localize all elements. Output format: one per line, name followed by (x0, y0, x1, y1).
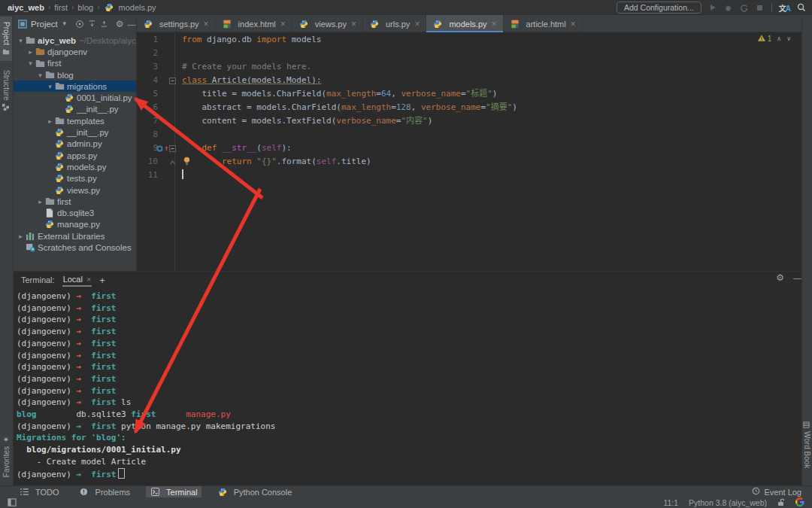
tree-item-db.sqlite3[interactable]: db.sqlite3 (14, 207, 136, 218)
breadcrumb-item[interactable]: aiyc_web (8, 3, 44, 12)
editor-tab-models.py[interactable]: models.py× (426, 15, 503, 32)
tree-item-Scratches-and-Consoles[interactable]: Scratches and Consoles (14, 242, 136, 253)
toolwindow-tab-favorites[interactable]: Favorites ★ (0, 430, 12, 482)
code-line[interactable]: 7 content = models.TextField(verbose_nam… (137, 114, 801, 128)
tree-chevron-icon[interactable]: ▾ (46, 83, 54, 90)
tree-chevron-icon[interactable]: ▸ (36, 198, 44, 205)
tree-item-__init__.py[interactable]: __init__.py (14, 104, 136, 115)
google-translate-icon[interactable] (795, 497, 804, 508)
tree-item-0001_initial.py[interactable]: 0001_initial.py (14, 92, 136, 103)
code-area[interactable]: 1from django.db import models23# Create … (137, 32, 801, 182)
tab-close-icon[interactable]: × (351, 20, 356, 28)
line-number: 3 (137, 60, 161, 74)
event-log-button[interactable]: Event Log (752, 487, 801, 497)
editor[interactable]: 1from django.db import models23# Create … (137, 32, 801, 271)
tab-close-icon[interactable]: × (571, 20, 576, 28)
new-terminal-session-icon[interactable]: + (99, 275, 105, 286)
breadcrumb-item[interactable]: first (54, 3, 68, 12)
toolwindow-tab-problems[interactable]: Problems (75, 486, 134, 497)
interpreter-selector[interactable]: Python 3.8 (aiyc_web) (689, 498, 767, 507)
tree-item-tests.py[interactable]: tests.py (14, 173, 136, 184)
tab-close-icon[interactable]: × (414, 20, 420, 28)
code-line[interactable]: 10 return "{}".format(self.title) (137, 155, 801, 169)
toolwindow-tab-terminal[interactable]: Terminal (146, 486, 201, 497)
tree-item-blog[interactable]: ▾blog (14, 69, 136, 81)
tree-chevron-icon[interactable]: ▾ (26, 59, 35, 67)
toolwindow-tab-project[interactable]: Project (0, 17, 12, 61)
tab-close-icon[interactable]: × (280, 20, 286, 28)
code-line[interactable]: 3# Create your models here. (137, 60, 801, 74)
fold-icon[interactable] (169, 78, 176, 84)
tree-chevron-icon[interactable]: ▸ (46, 117, 54, 125)
tree-item-first[interactable]: ▸first (14, 196, 136, 207)
editor-tab-urls.py[interactable]: urls.py× (363, 15, 426, 32)
tab-close-icon[interactable]: × (492, 20, 497, 28)
tree-chevron-icon[interactable]: ▾ (36, 71, 44, 79)
terminal-token: → (76, 374, 86, 384)
toolwindow-tab-python-console[interactable]: Python Console (214, 486, 296, 497)
intention-bulb-icon[interactable] (183, 157, 190, 170)
code-line[interactable]: 8 (137, 128, 801, 141)
code-line[interactable]: 6 abstract = models.CharField(max_length… (137, 101, 801, 114)
tree-item-views.py[interactable]: views.py (14, 184, 136, 196)
lock-icon[interactable] (777, 498, 785, 508)
locate-file-icon[interactable] (75, 19, 84, 29)
editor-tab-settings.py[interactable]: settings.py× (137, 15, 216, 32)
prev-problem-icon[interactable]: ∧ (777, 35, 781, 42)
tree-item-aiyc_web[interactable]: ▾aiyc_web~/Desktop/aiyc_we (14, 35, 136, 46)
tree-item-models.py[interactable]: models.py (14, 161, 136, 172)
python-icon (54, 151, 65, 160)
breadcrumb-item[interactable]: models.py (118, 3, 156, 12)
code-line[interactable]: 4class Article(models.Model): (137, 74, 801, 87)
code-line[interactable]: 5 title = models.CharField(max_length=64… (137, 87, 801, 101)
hide-panel-icon[interactable]: — (127, 19, 135, 29)
project-dropdown[interactable]: Project (31, 20, 58, 29)
debug-icon[interactable] (724, 3, 733, 12)
tab-close-icon[interactable]: × (204, 20, 209, 28)
tree-item-manage.py[interactable]: manage.py (14, 219, 136, 230)
tree-item-External-Libraries[interactable]: ▸External Libraries (14, 230, 136, 242)
tree-chevron-icon[interactable]: ▸ (26, 48, 35, 56)
gear-icon[interactable]: ⚙ (116, 19, 124, 29)
editor-tab-views.py[interactable]: views.py× (292, 15, 363, 32)
tree-item-first[interactable]: ▾first (14, 58, 136, 69)
terminal-tab-close-icon[interactable]: × (86, 275, 91, 284)
toolwindow-tab-structure[interactable]: Structure (0, 65, 12, 116)
tree-item-migrations[interactable]: ▾migrations (14, 81, 136, 92)
terminal-hide-icon[interactable]: — (793, 273, 801, 282)
next-problem-icon[interactable]: ∨ (786, 35, 791, 42)
code-line[interactable]: 1from django.db import models (137, 33, 801, 47)
code-line[interactable]: 9↑ def __str__(self): (137, 141, 801, 155)
search-everywhere-icon[interactable] (797, 3, 806, 12)
tree-item-admin.py[interactable]: admin.py (14, 138, 136, 150)
editor-tab-index.html[interactable]: index.html× (216, 15, 292, 32)
translate-icon[interactable]: 文A (779, 2, 790, 14)
tree-item-djangoenv[interactable]: ▸djangoenv (14, 46, 136, 57)
toolwindow-tab-word-book[interactable]: Word Book (801, 416, 812, 473)
project-dropdown-arrow-icon[interactable]: ▼ (62, 20, 68, 27)
collapse-all-icon[interactable] (100, 19, 108, 29)
expand-all-icon[interactable] (88, 19, 96, 29)
fold-icon[interactable] (169, 145, 176, 152)
editor-tab-article.html[interactable]: article.html× (504, 15, 583, 32)
tree-item-templates[interactable]: ▸templates (14, 115, 136, 126)
add-configuration-button[interactable]: Add Configuration... (617, 2, 701, 14)
code-line[interactable]: 2 (137, 47, 801, 60)
breadcrumb-item[interactable]: blog (77, 3, 93, 12)
tree-item-__init__.py[interactable]: __init__.py (14, 126, 136, 138)
toolwindow-tab-todo[interactable]: TODO (15, 486, 63, 497)
stop-icon[interactable] (756, 3, 765, 12)
tree-chevron-icon[interactable]: ▾ (17, 37, 25, 44)
run-icon[interactable] (708, 3, 717, 12)
terminal-output[interactable]: (djangoenv) → first(djangoenv) → first(d… (14, 288, 801, 480)
coverage-icon[interactable] (740, 3, 749, 12)
tree-item-apps.py[interactable]: apps.py (14, 150, 136, 161)
toolwindow-switcher-icon[interactable] (8, 498, 17, 508)
terminal-settings-gear-icon[interactable]: ⚙ (776, 272, 784, 283)
override-icon[interactable] (156, 145, 163, 152)
inspection-widget[interactable]: 1 ∧ ∨ (758, 35, 791, 43)
terminal-tab-local[interactable]: Local × (62, 273, 92, 287)
tree-chevron-icon[interactable]: ▸ (17, 233, 25, 240)
caret-position[interactable]: 11:1 (663, 498, 678, 507)
code-line[interactable]: 11 (137, 169, 801, 182)
